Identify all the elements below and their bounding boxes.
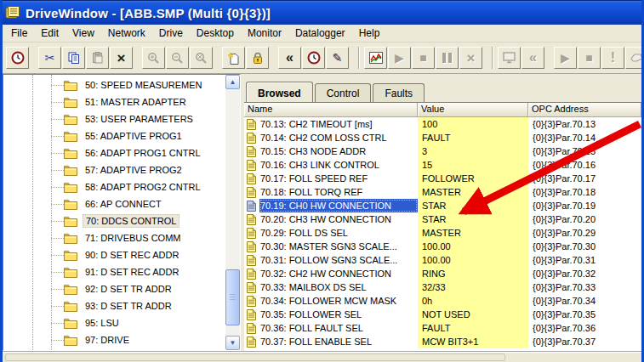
parameter-value-cell[interactable]: FOLLOWER bbox=[418, 172, 528, 185]
tree-item[interactable]: 71: DRIVEBUS COMM bbox=[3, 229, 225, 246]
trend-pause-button[interactable] bbox=[436, 47, 459, 69]
scroll-down-arrow-icon[interactable]: ▼ bbox=[225, 336, 240, 350]
parameter-row[interactable]: 70.19: CH0 HW CONNECTION STAR {0}{3}Par.… bbox=[244, 199, 641, 212]
tab-faults[interactable]: Faults bbox=[373, 83, 425, 102]
parameter-value-cell[interactable]: STAR bbox=[418, 212, 528, 226]
tree-item[interactable]: 56: ADAPT PROG1 CNTRL bbox=[3, 144, 225, 161]
logger-start-button[interactable]: ▶ bbox=[554, 47, 577, 69]
parameter-value-cell[interactable]: STAR bbox=[418, 199, 528, 212]
tree-item[interactable]: 97: DRIVE bbox=[3, 331, 225, 348]
new-item-button[interactable] bbox=[222, 47, 245, 69]
menu-item-datalogger[interactable]: Datalogger bbox=[288, 25, 352, 42]
tab-browsed[interactable]: Browsed bbox=[246, 82, 313, 102]
parameter-row[interactable]: 70.33: MAILBOX DS SEL 32/33 {0}{3}Par.70… bbox=[244, 280, 641, 294]
copy-button[interactable] bbox=[62, 47, 85, 69]
parameter-value-cell[interactable]: NOT USED bbox=[418, 308, 528, 321]
scroll-up-arrow-icon[interactable]: ▲ bbox=[225, 75, 240, 89]
datalogger-collapse-button[interactable]: « bbox=[521, 47, 544, 69]
tree-item[interactable]: 57: ADAPTIVE PROG2 bbox=[3, 161, 225, 178]
delete-button[interactable]: × bbox=[110, 47, 133, 69]
trend-close-button[interactable]: × bbox=[459, 47, 482, 69]
menu-item-view[interactable]: View bbox=[66, 25, 101, 42]
menu-item-network[interactable]: Network bbox=[101, 25, 152, 42]
tab-control[interactable]: Control bbox=[315, 83, 372, 102]
zoom-in-button[interactable] bbox=[142, 47, 165, 69]
scrollbar-thumb[interactable] bbox=[225, 269, 240, 325]
parameter-opc-address-cell: {0}{3}Par.70.14 bbox=[528, 131, 641, 144]
parameter-doc-icon bbox=[247, 201, 256, 212]
tree-item[interactable]: 70: DDCS CONTROL bbox=[3, 212, 225, 229]
menu-item-file[interactable]: File bbox=[4, 25, 34, 42]
menu-item-help[interactable]: Help bbox=[352, 25, 387, 42]
menu-item-edit[interactable]: Edit bbox=[34, 25, 66, 42]
tree-item[interactable]: 66: AP CONNECT bbox=[3, 195, 225, 212]
parameter-row[interactable]: 70.29: FOLL DS SEL MASTER {0}{3}Par.70.2… bbox=[244, 226, 641, 240]
collapse-button[interactable]: « bbox=[278, 47, 301, 69]
parameter-row[interactable]: 70.36: FOLL FAULT SEL FAULT {0}{3}Par.70… bbox=[244, 321, 641, 335]
tree-item[interactable]: 90: D SET REC ADDR bbox=[3, 246, 225, 263]
parameter-row[interactable]: 70.20: CH3 HW CONNECTION STAR {0}{3}Par.… bbox=[244, 212, 641, 226]
parameter-value-cell[interactable]: FAULT bbox=[418, 321, 528, 335]
parameter-row[interactable]: 70.14: CH2 COM LOSS CTRL FAULT {0}{3}Par… bbox=[244, 131, 641, 144]
monitor-settings-button[interactable] bbox=[302, 47, 325, 69]
logger-stop-button[interactable]: ■ bbox=[578, 47, 601, 69]
column-header-opc-address[interactable]: OPC Address bbox=[528, 103, 641, 117]
parameter-value-cell[interactable]: MASTER bbox=[418, 185, 528, 199]
parameter-value-cell[interactable]: 100.00 bbox=[418, 253, 528, 267]
logger-trig-button[interactable]: ! bbox=[601, 47, 624, 69]
lock-button[interactable] bbox=[246, 47, 269, 69]
tree-item[interactable]: 55: ADAPTIVE PROG1 bbox=[3, 127, 225, 144]
trend-stop-button[interactable]: ■ bbox=[412, 47, 435, 69]
parameter-row[interactable]: 70.37: FOLL ENABLE SEL MCW BIT3+1 {0}{3}… bbox=[244, 335, 641, 348]
parameter-value-cell[interactable]: 100 bbox=[418, 117, 528, 131]
column-header-value[interactable]: Value bbox=[418, 103, 528, 117]
parameter-row[interactable]: 70.31: FOLLOW SGN3 SCALE... 100.00 {0}{3… bbox=[244, 253, 641, 267]
parameter-value-cell[interactable]: 3 bbox=[418, 144, 528, 158]
parameter-row[interactable]: 70.18: FOLL TORQ REF MASTER {0}{3}Par.70… bbox=[244, 185, 641, 199]
parameter-value-cell[interactable]: 32/33 bbox=[418, 280, 528, 294]
tree-item[interactable]: 92: D SET TR ADDR bbox=[3, 280, 225, 297]
tree-item[interactable]: 50: SPEED MEASUREMEN bbox=[3, 76, 225, 93]
zoom-out-button[interactable] bbox=[166, 47, 189, 69]
tree-item[interactable]: 51: MASTER ADAPTER bbox=[3, 93, 225, 110]
parameter-opc-address-cell: {0}{3}Par.70.17 bbox=[528, 172, 641, 185]
tree-item[interactable]: 91: D SET REC ADDR bbox=[3, 263, 225, 280]
cut-button[interactable]: ✂ bbox=[38, 47, 61, 69]
trend-chart-button[interactable] bbox=[364, 47, 387, 69]
datalogger-monitor-button[interactable] bbox=[498, 47, 521, 69]
parameter-value-cell[interactable]: MASTER bbox=[418, 226, 528, 240]
menu-item-drive[interactable]: Drive bbox=[152, 25, 190, 42]
menu-item-desktop[interactable]: Desktop bbox=[190, 25, 241, 42]
parameter-row[interactable]: 70.35: FOLLOWER SEL NOT USED {0}{3}Par.7… bbox=[244, 308, 641, 321]
monitor-clock-button[interactable] bbox=[6, 47, 29, 69]
parameter-row[interactable]: 70.15: CH3 NODE ADDR 3 {0}{3}Par.70.15 bbox=[244, 144, 641, 158]
tree-item[interactable]: 58: ADAPT PROG2 CNTRL bbox=[3, 178, 225, 195]
parameter-name: 70.35: FOLLOWER SEL bbox=[259, 308, 418, 321]
column-header-name[interactable]: Name bbox=[244, 103, 418, 117]
tree-item[interactable]: 95: LSU bbox=[3, 314, 225, 331]
tree-item[interactable]: 53: USER PARAMETERS bbox=[3, 110, 225, 127]
parameter-row[interactable]: 70.13: CH2 TIMEOUT [ms] 100 {0}{3}Par.70… bbox=[244, 117, 641, 131]
logger-erase-button[interactable] bbox=[625, 47, 644, 69]
parameter-row[interactable]: 70.17: FOLL SPEED REF FOLLOWER {0}{3}Par… bbox=[244, 172, 641, 185]
parameter-row[interactable]: 70.34: FOLLOWER MCW MASK 0h {0}{3}Par.70… bbox=[244, 294, 641, 308]
parameter-row[interactable]: 70.32: CH2 HW CONNECTION RING {0}{3}Par.… bbox=[244, 267, 641, 280]
title-bar[interactable]: DriveWindow - [ABB.SMP (Multi {0}{3})] bbox=[0, 0, 644, 25]
menu-item-monitor[interactable]: Monitor bbox=[241, 25, 288, 42]
parameter-value-cell[interactable]: 15 bbox=[418, 158, 528, 172]
parameter-value-cell[interactable]: FAULT bbox=[418, 131, 528, 144]
zoom-reset-button[interactable] bbox=[190, 47, 213, 69]
trend-play-button[interactable]: ▶ bbox=[388, 47, 411, 69]
tree-item-label: 57: ADAPTIVE PROG2 bbox=[83, 164, 185, 176]
tree-item[interactable]: 93: D SET TR ADDR bbox=[3, 297, 225, 314]
parameter-row[interactable]: 70.16: CH3 LINK CONTROL 15 {0}{3}Par.70.… bbox=[244, 158, 641, 172]
paste-button[interactable] bbox=[86, 47, 109, 69]
parameter-value-cell[interactable]: RING bbox=[418, 267, 528, 280]
parameter-name-cell: 70.13: CH2 TIMEOUT [ms] bbox=[244, 117, 418, 131]
parameter-value-cell[interactable]: 0h bbox=[418, 294, 528, 308]
parameter-value-cell[interactable]: MCW BIT3+1 bbox=[418, 335, 528, 348]
edit-pen-button[interactable]: ✎ bbox=[326, 47, 349, 69]
parameter-row[interactable]: 70.30: MASTER SGN3 SCALE... 100.00 {0}{3… bbox=[244, 240, 641, 253]
tree-vertical-scrollbar[interactable]: ▲ ▼ bbox=[225, 75, 240, 350]
parameter-value-cell[interactable]: 100.00 bbox=[418, 240, 528, 253]
